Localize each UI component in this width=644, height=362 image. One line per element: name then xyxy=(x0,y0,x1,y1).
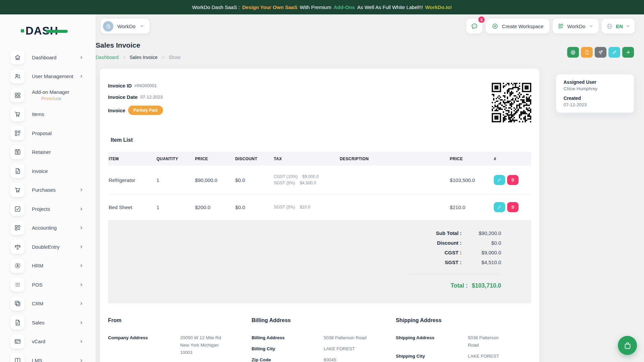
cell-price: $200.0 xyxy=(194,194,234,220)
page-title: Sales Invoice xyxy=(96,41,140,49)
cgst-value: $9,000.0 xyxy=(462,250,501,255)
cell-discount: $0.0 xyxy=(234,194,273,220)
edit-item-button[interactable] xyxy=(494,175,505,185)
home-icon xyxy=(10,50,24,64)
language-selector[interactable]: EN xyxy=(602,19,635,34)
create-workspace-button[interactable]: Create Workspace xyxy=(486,19,549,34)
print-button[interactable] xyxy=(567,47,579,58)
invoice-detail-card: Invoice ID #INO00001 Invoice Date 07-12-… xyxy=(100,69,539,362)
check-square-icon xyxy=(10,202,24,216)
messages-count-badge: 0 xyxy=(478,16,485,23)
sidebar-item-hrm[interactable]: HRM xyxy=(0,256,96,276)
col-actions: # xyxy=(493,152,531,166)
hrm-person-icon xyxy=(10,259,24,273)
logo-dash-bar xyxy=(46,30,68,33)
app-logo[interactable]: DASH xyxy=(21,24,58,37)
created-value: 07-12-2023 xyxy=(564,102,627,107)
edit-item-button[interactable] xyxy=(494,202,505,212)
trash-icon xyxy=(511,205,515,209)
sidebar-item-label: Accounting xyxy=(32,225,57,231)
invoice-meta: Invoice ID #INO00001 Invoice Date 07-12-… xyxy=(108,83,531,122)
item-list-table: ITEM QUANTITY PRICE DISCOUNT TAX DESCRIP… xyxy=(108,152,531,220)
col-price: PRICE xyxy=(194,152,234,166)
billing-address-value: 5038 Patterson Road xyxy=(324,334,387,342)
sidebar-item-dashboard[interactable]: Dashboard xyxy=(0,48,96,67)
duplicate-document-button[interactable] xyxy=(581,47,593,58)
delete-item-button[interactable] xyxy=(507,202,519,212)
sidebar-item-vcard[interactable]: vCard xyxy=(0,332,96,351)
table-header-row: ITEM QUANTITY PRICE DISCOUNT TAX DESCRIP… xyxy=(108,152,531,166)
sidebar-item-proposal[interactable]: Proposal xyxy=(0,124,96,143)
sidebar-item-label: Invoice xyxy=(32,168,48,174)
chevron-right-icon xyxy=(79,74,84,78)
banner-prefix: WorkDo Dash SaaS : xyxy=(192,4,240,10)
sidebar-item-addon-manager[interactable]: Add-on Manager Premium xyxy=(0,86,96,105)
sidebar-item-retainer[interactable]: Retainer xyxy=(0,143,96,162)
subtotal-value: $90,200.0 xyxy=(462,230,501,236)
cgst-row: CGST : $9,000.0 xyxy=(138,250,501,255)
col-total-price: PRICE xyxy=(449,152,493,166)
billing-address-label: Billing Address xyxy=(252,334,324,342)
banner-suffix: As Well As Full White Label!!! xyxy=(357,4,423,10)
banner-link[interactable]: WorkDo.Io! xyxy=(425,4,452,10)
shop-fab-button[interactable] xyxy=(618,336,637,355)
sidebar-nav: Dashboard User Management Add-on Manager… xyxy=(0,48,96,362)
topbar-right: 0 Create Workspace WorkDo EN xyxy=(466,19,635,34)
breadcrumb-dashboard-link[interactable]: Dashboard xyxy=(96,55,119,60)
chevron-right-icon xyxy=(79,55,84,60)
pencil-icon xyxy=(612,50,617,55)
discount-value: $0.0 xyxy=(462,240,501,246)
workspace-menu-button[interactable]: WorkDo xyxy=(553,19,598,34)
proposal-icon xyxy=(10,126,24,140)
chevron-right-icon xyxy=(79,339,84,344)
cell-tax: CGST (10%)$9,000.0 SGST (5%)$4,500.0 xyxy=(273,166,339,194)
sales-file-icon xyxy=(10,315,24,329)
col-item: ITEM xyxy=(108,152,156,166)
add-payment-button[interactable] xyxy=(622,47,634,58)
col-discount: DISCOUNT xyxy=(234,152,273,166)
sidebar-item-sales[interactable]: Sales xyxy=(0,313,96,332)
shipping-address-value: 5038 Patterson Road xyxy=(468,334,525,349)
cell-total: $210.0 xyxy=(449,194,493,220)
sidebar-item-purchases[interactable]: Purchases xyxy=(0,181,96,200)
sidebar-item-label: POS xyxy=(32,282,43,288)
discount-label: Discount : xyxy=(437,240,462,246)
chevron-down-icon xyxy=(626,24,630,28)
messages-button[interactable]: 0 xyxy=(466,19,482,34)
cart-icon xyxy=(10,107,24,121)
subtotal-label: Sub Total : xyxy=(436,230,462,236)
sidebar-item-label: Dashboard xyxy=(32,54,56,61)
invoice-date-row: Invoice Date 07-12-2023 xyxy=(108,94,163,100)
credit-card-icon xyxy=(10,335,24,349)
grand-total-value: $103,710.0 xyxy=(472,282,501,289)
cell-quantity: 1 xyxy=(156,166,195,194)
edit-invoice-button[interactable] xyxy=(608,47,620,58)
sidebar-item-doubleentry[interactable]: DoubleEntry xyxy=(0,237,96,256)
trash-icon xyxy=(511,178,515,182)
sidebar-item-items[interactable]: Items xyxy=(0,105,96,124)
sidebar-item-accounting[interactable]: Accounting xyxy=(0,219,96,238)
grid-plus-icon xyxy=(558,23,564,29)
sidebar-item-invoice[interactable]: Invoice xyxy=(0,162,96,181)
shipping-city-label: Shipping City xyxy=(396,353,468,360)
workspace-name: WorkDo xyxy=(117,23,136,29)
sidebar-item-pos[interactable]: POS xyxy=(0,275,96,294)
invoice-status-label: Invoice xyxy=(108,108,125,113)
invoice-id-label: Invoice ID xyxy=(108,83,132,88)
cell-actions xyxy=(493,194,531,220)
chevron-right-icon xyxy=(122,56,126,59)
cell-item: Refrigerator xyxy=(108,166,156,194)
discount-row: Discount : $0.0 xyxy=(138,240,501,246)
breadcrumb-sales-invoice-link[interactable]: Sales Invoice xyxy=(130,55,158,60)
sidebar-item-lms[interactable]: LMS xyxy=(0,351,96,362)
delete-item-button[interactable] xyxy=(507,175,519,185)
workspace-selector[interactable]: WorkDo xyxy=(101,19,150,34)
sidebar-item-user-management[interactable]: User Management xyxy=(0,67,96,86)
totals-summary: Sub Total : $90,200.0 Discount : $0.0 CG… xyxy=(108,220,531,303)
sidebar-item-crm[interactable]: CRM xyxy=(0,294,96,313)
from-section: From Company Address20050 W 12 Mile Rd N… xyxy=(108,312,252,362)
send-invoice-button[interactable] xyxy=(595,47,606,58)
sgst-value: $4,510.0 xyxy=(462,259,501,265)
chat-icon xyxy=(471,22,478,30)
sidebar-item-projects[interactable]: Projects xyxy=(0,199,96,219)
